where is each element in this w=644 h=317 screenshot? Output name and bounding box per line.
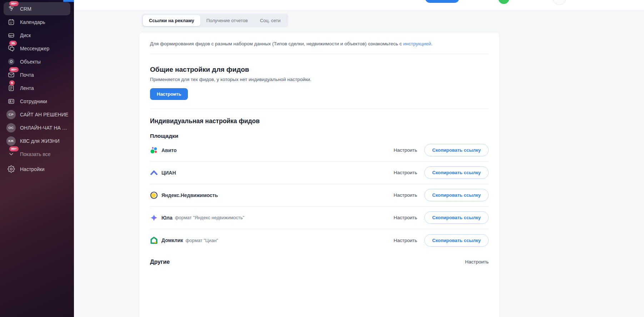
copy-link-button[interactable]: Скопировать ссылку xyxy=(424,189,489,201)
sidebar-item-4[interactable]: 35Мессенджер xyxy=(4,42,70,55)
yandex-realty-icon xyxy=(150,191,158,199)
platform-actions: НастроитьСкопировать ссылку xyxy=(394,211,489,224)
general-configure-button[interactable]: Настроить xyxy=(150,88,188,100)
others-configure-link[interactable]: Настроить xyxy=(465,259,489,265)
sidebar-item-label: Сотрудники xyxy=(20,99,47,104)
platform-configure-link[interactable]: Настроить xyxy=(394,170,417,175)
sidebar-item-3[interactable]: Диск xyxy=(4,29,70,42)
platform-row: Яндекс.НедвижимостьНастроитьСкопировать … xyxy=(150,184,489,207)
copy-link-button[interactable]: Скопировать ссылку xyxy=(424,144,489,156)
topbar-avatar[interactable] xyxy=(553,0,566,5)
platform-name: Юла xyxy=(161,215,173,221)
platform-actions: НастроитьСкопировать ссылку xyxy=(394,234,489,247)
platform-name: Авито xyxy=(161,147,177,153)
feed-icon: 6 xyxy=(6,84,16,93)
notification-badge: 99+ xyxy=(9,1,19,6)
employees-icon xyxy=(6,97,16,106)
platform-configure-link[interactable]: Настроить xyxy=(394,192,417,198)
tab-2[interactable]: Получение отчетов xyxy=(200,15,254,26)
general-settings-subtitle: Применяется для тех фидов, у которых нет… xyxy=(150,77,489,82)
chevron-down-icon: 99+ xyxy=(6,150,16,159)
sidebar-item-7[interactable]: 6Лента xyxy=(4,81,70,95)
topbar-blue-button[interactable] xyxy=(425,0,459,3)
platform-name: Домклик xyxy=(161,237,183,243)
notification-badge: 99+ xyxy=(9,146,19,152)
sidebar-item-label: Показать все xyxy=(20,151,50,157)
sidebar-item-2[interactable]: Календарь xyxy=(4,15,70,29)
platform-configure-link[interactable]: Настроить xyxy=(394,147,417,153)
top-strip xyxy=(74,0,644,11)
drive-icon xyxy=(6,31,16,40)
platform-format: формат "Циан" xyxy=(186,238,218,243)
copy-link-button[interactable]: Скопировать ссылку xyxy=(424,234,489,247)
platform-actions: НастроитьСкопировать ссылку xyxy=(394,189,489,201)
platform-row: АвитоНастроитьСкопировать ссылку xyxy=(150,139,489,162)
objects-icon xyxy=(6,57,16,66)
platform-row: Юлаформат "Яндекс недвижимость"Настроить… xyxy=(150,207,489,229)
others-section: Другие Настроить xyxy=(150,259,489,265)
others-title: Другие xyxy=(150,259,170,265)
platform-name: Яндекс.Недвижимость xyxy=(161,192,218,198)
avatar: СР xyxy=(6,110,16,119)
sidebar-item-11[interactable]: КЖКВС для ЖИЗНИ xyxy=(4,134,70,147)
cian-icon xyxy=(150,169,158,177)
general-settings-title: Общие настройки для фидов xyxy=(150,66,489,74)
sidebar-item-label: Настройки xyxy=(20,166,45,172)
platform-info: Яндекс.Недвижимость xyxy=(150,191,394,199)
platform-info: ЦИАН xyxy=(150,169,394,177)
domclick-icon xyxy=(150,236,158,244)
platforms-subtitle: Площадки xyxy=(150,133,489,139)
platform-format: формат "Яндекс недвижимость" xyxy=(175,215,244,220)
intro-text-part: Для формирования фидов с разным набором … xyxy=(150,41,403,46)
status-green-dot xyxy=(498,0,509,4)
divider xyxy=(150,54,489,54)
tab-3[interactable]: Соц. сети xyxy=(254,15,287,26)
platform-actions: НастроитьСкопировать ссылку xyxy=(394,144,489,156)
platform-info: Юлаформат "Яндекс недвижимость" xyxy=(150,214,394,222)
avatar: ОС xyxy=(6,123,16,132)
sidebar-item-5[interactable]: Объекты xyxy=(4,55,70,68)
mail-icon: 99+ xyxy=(6,70,16,80)
platform-name: ЦИАН xyxy=(161,170,176,176)
notification-badge: 99+ xyxy=(9,67,19,72)
platform-actions: НастроитьСкопировать ссылку xyxy=(394,166,489,179)
sidebar-item-label: Мессенджер xyxy=(20,46,49,51)
sidebar-item-9[interactable]: СРСАЙТ АН РЕШЕНИЕ xyxy=(4,108,70,121)
yula-icon xyxy=(150,214,158,222)
messenger-icon: 35 xyxy=(6,44,16,53)
sidebar-item-1[interactable]: 99+CRM xyxy=(4,2,70,15)
platform-configure-link[interactable]: Настроить xyxy=(394,215,417,220)
sidebar: 99+CRMКалендарьДиск35МессенджерОбъекты99… xyxy=(0,0,74,317)
platform-info: Авито xyxy=(150,146,394,154)
calendar-icon xyxy=(6,17,16,27)
intro-text: Для формирования фидов с разным набором … xyxy=(150,40,489,47)
sidebar-item-label: Календарь xyxy=(20,19,45,25)
sidebar-item-label: ОНЛАЙН-ЧАТ НА СА... xyxy=(20,125,70,131)
copy-link-button[interactable]: Скопировать ссылку xyxy=(424,166,489,179)
sidebar-item-settings[interactable]: Настройки xyxy=(4,162,70,176)
avatar: КЖ xyxy=(6,136,16,146)
avatar: КЖ xyxy=(6,136,16,146)
feed-settings-card: Для формирования фидов с разным набором … xyxy=(139,32,500,317)
platform-list: АвитоНастроитьСкопировать ссылкуЦИАННаст… xyxy=(150,139,489,252)
sidebar-item-label: КВС для ЖИЗНИ xyxy=(20,138,59,144)
crm-icon: 99+ xyxy=(6,4,16,14)
intro-text-suffix: . xyxy=(431,41,433,46)
instruction-link[interactable]: инструкцией xyxy=(403,41,431,46)
sidebar-item-8[interactable]: Сотрудники xyxy=(4,95,70,108)
tab-1[interactable]: Ссылки на рекламу xyxy=(143,15,200,26)
sidebar-settings: Настройки xyxy=(0,162,74,176)
avito-icon xyxy=(150,146,158,154)
sidebar-item-6[interactable]: 99+Почта xyxy=(4,68,70,81)
sidebar-item-label: CRM xyxy=(20,6,31,12)
sidebar-item-10[interactable]: ОСОНЛАЙН-ЧАТ НА СА... xyxy=(4,121,70,134)
notification-badge: 6 xyxy=(9,80,15,86)
platform-info: Домкликформат "Циан" xyxy=(150,236,394,244)
platform-configure-link[interactable]: Настроить xyxy=(394,238,417,243)
tab-bar: Ссылки на рекламуПолучение отчетовСоц. с… xyxy=(141,14,288,27)
copy-link-button[interactable]: Скопировать ссылку xyxy=(424,211,489,224)
avatar: ОС xyxy=(6,123,16,132)
platform-row: ЦИАННастроитьСкопировать ссылку xyxy=(150,162,489,184)
sidebar-item-12[interactable]: 99+Показать все xyxy=(4,147,70,161)
gear-icon xyxy=(6,165,16,174)
